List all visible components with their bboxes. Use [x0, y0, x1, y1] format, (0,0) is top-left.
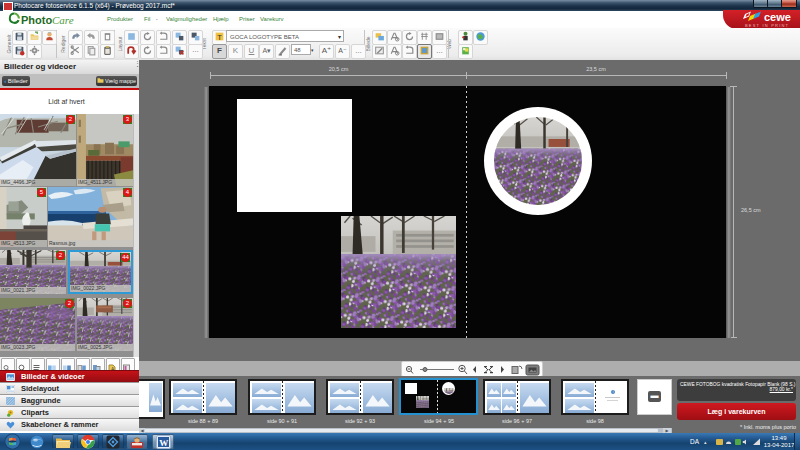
svg-text:W: W — [159, 438, 168, 448]
svg-text:Care: Care — [52, 14, 74, 26]
svg-text:T: T — [217, 33, 222, 42]
svg-text:Photo: Photo — [21, 14, 52, 26]
svg-text:cewe: cewe — [764, 11, 791, 23]
svg-text:BEST IN PRINT: BEST IN PRINT — [745, 23, 789, 28]
